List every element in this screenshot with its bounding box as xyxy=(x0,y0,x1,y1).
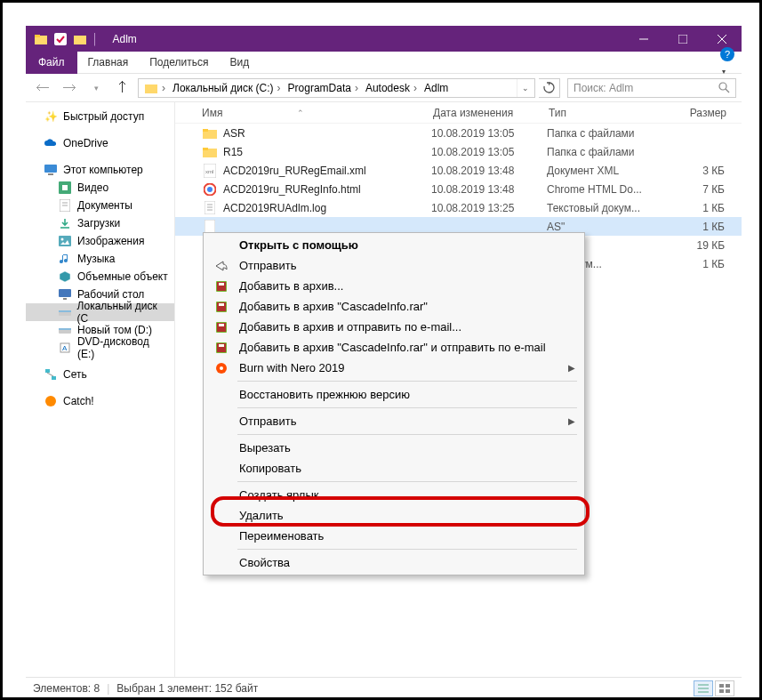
help-button[interactable]: ?▾ xyxy=(720,47,742,77)
col-name: Имя xyxy=(202,107,222,119)
nav-videos[interactable]: Видео xyxy=(26,179,174,197)
ctx-copy[interactable]: Копировать xyxy=(204,458,584,479)
svg-point-9 xyxy=(719,83,726,90)
ctx-send-to[interactable]: Отправить▶ xyxy=(204,411,584,431)
nero-icon xyxy=(213,362,230,374)
col-date: Дата изменения xyxy=(433,107,549,119)
folder-icon xyxy=(72,31,88,47)
nav-documents[interactable]: Документы xyxy=(26,197,174,214)
window-title: Adlm xyxy=(113,33,137,45)
home-tab[interactable]: Главная xyxy=(77,52,140,74)
svg-rect-19 xyxy=(59,236,71,246)
ctx-archive-named-email[interactable]: Добавить в архив "CascadeInfo.rar" и отп… xyxy=(204,337,584,358)
svg-text:xml: xml xyxy=(205,169,213,174)
ctx-properties[interactable]: Свойства xyxy=(204,552,584,573)
icons-view-button[interactable] xyxy=(715,680,734,696)
winrar-icon xyxy=(213,300,230,314)
ctx-archive-email[interactable]: Добавить в архив и отправить по e-mail..… xyxy=(204,317,584,337)
svg-point-20 xyxy=(61,238,64,241)
nav-images[interactable]: Изображения xyxy=(26,232,174,250)
ctx-send[interactable]: Отправить xyxy=(204,255,584,276)
properties-icon[interactable] xyxy=(52,31,68,47)
folder-icon xyxy=(202,125,218,141)
svg-line-31 xyxy=(47,373,53,376)
minimize-button[interactable] xyxy=(624,26,663,52)
drive-icon xyxy=(58,323,72,337)
svg-rect-36 xyxy=(203,148,208,150)
ctx-open-with[interactable]: Открыть с помощью xyxy=(204,235,584,255)
qat-divider: │ xyxy=(92,33,99,45)
svg-rect-58 xyxy=(219,283,224,286)
refresh-button[interactable] xyxy=(539,78,560,98)
svg-rect-54 xyxy=(719,689,724,693)
nav-pane: ✨Быстрый доступ OneDrive Этот компьютер … xyxy=(26,102,175,677)
svg-rect-34 xyxy=(203,129,208,132)
file-row[interactable]: ACD2019RUAdlm.log 10.08.2019 13:25Тексто… xyxy=(175,198,742,217)
desktop-icon xyxy=(58,287,72,302)
svg-rect-12 xyxy=(48,173,53,175)
nav-downloads[interactable]: Загрузки xyxy=(26,214,174,232)
file-row[interactable]: xmlACD2019ru_RURegEmail.xml 10.08.2019 1… xyxy=(175,161,742,180)
file-tab[interactable]: Файл xyxy=(26,52,77,74)
svg-rect-8 xyxy=(145,84,157,93)
ctx-add-archive-named[interactable]: Добавить в архив "CascadeInfo.rar" xyxy=(204,296,584,317)
search-input[interactable]: Поиск: Adlm xyxy=(567,78,736,98)
ctx-restore-version[interactable]: Восстановить прежнюю версию xyxy=(204,384,584,405)
catch-icon xyxy=(44,394,58,408)
nav-3dobjects[interactable]: Объемные объект xyxy=(26,268,174,286)
svg-rect-21 xyxy=(59,289,71,297)
svg-rect-11 xyxy=(44,165,57,173)
submenu-arrow: ▶ xyxy=(568,363,575,373)
context-menu: Открыть с помощью Отправить Добавить в а… xyxy=(203,232,585,575)
pc-icon xyxy=(44,163,58,177)
nav-catch[interactable]: Catch! xyxy=(26,392,174,410)
columns-header[interactable]: Имя⌃ Дата изменения Тип Размер xyxy=(175,102,742,124)
crumb-programdata: ProgramData› xyxy=(285,79,362,97)
crumb-c: Локальный диск (C:)› xyxy=(169,79,285,97)
music-icon xyxy=(58,252,72,266)
titlebar: │ Adlm xyxy=(26,26,742,52)
share-tab[interactable]: Поделиться xyxy=(139,52,219,74)
recent-dropdown[interactable]: ▾ xyxy=(84,77,108,99)
file-row[interactable]: ASR 10.08.2019 13:05Папка с файлами xyxy=(175,124,742,142)
svg-rect-52 xyxy=(719,684,724,688)
svg-rect-46 xyxy=(205,220,215,233)
nav-music[interactable]: Музыка xyxy=(26,250,174,268)
winrar-icon xyxy=(213,341,230,355)
cloud-icon xyxy=(44,136,58,150)
maximize-button[interactable] xyxy=(663,26,702,52)
svg-rect-3 xyxy=(74,36,86,44)
ctx-add-archive[interactable]: Добавить в архив... xyxy=(204,276,584,296)
nav-quick-access[interactable]: ✨Быстрый доступ xyxy=(26,108,174,125)
address-bar[interactable]: › Локальный диск (C:)› ProgramData› Auto… xyxy=(138,78,535,98)
up-button[interactable]: 🡑 xyxy=(111,77,134,99)
nav-network[interactable]: Сеть xyxy=(26,366,174,383)
details-view-button[interactable] xyxy=(694,680,713,696)
back-button[interactable]: 🡐 xyxy=(31,77,54,99)
star-icon: ✨ xyxy=(44,109,58,124)
nav-this-pc[interactable]: Этот компьютер xyxy=(26,161,174,179)
ctx-burn-nero[interactable]: Burn with Nero 2019▶ xyxy=(204,358,584,378)
svg-rect-26 xyxy=(59,328,71,330)
file-row[interactable]: ACD2019ru_RURegInfo.html 10.08.2019 13:4… xyxy=(175,180,742,198)
svg-point-32 xyxy=(45,396,56,406)
nav-dvd[interactable]: ADVD-дисковод (E:) xyxy=(26,339,174,357)
sort-indicator: ⌃ xyxy=(297,109,304,117)
ctx-rename[interactable]: Переименовать xyxy=(204,526,584,546)
svg-rect-22 xyxy=(63,298,67,300)
ctx-delete[interactable]: Удалить xyxy=(204,505,584,526)
view-tab[interactable]: Вид xyxy=(219,52,260,74)
svg-text:A: A xyxy=(62,344,68,352)
address-dropdown[interactable]: ⌄ xyxy=(517,79,533,97)
ctx-create-shortcut[interactable]: Создать ярлык xyxy=(204,485,584,505)
svg-rect-67 xyxy=(219,344,224,347)
status-selection: Выбран 1 элемент: 152 байт xyxy=(116,682,258,695)
nav-onedrive[interactable]: OneDrive xyxy=(26,134,174,152)
status-items: Элементов: 8 xyxy=(33,682,100,695)
image-icon xyxy=(58,234,72,248)
txt-icon xyxy=(202,200,218,216)
share-icon xyxy=(213,260,230,272)
nav-cdisk[interactable]: Локальный диск (C xyxy=(26,303,174,321)
ctx-cut[interactable]: Вырезать xyxy=(204,438,584,458)
file-row[interactable]: R15 10.08.2019 13:05Папка с файлами xyxy=(175,142,742,161)
